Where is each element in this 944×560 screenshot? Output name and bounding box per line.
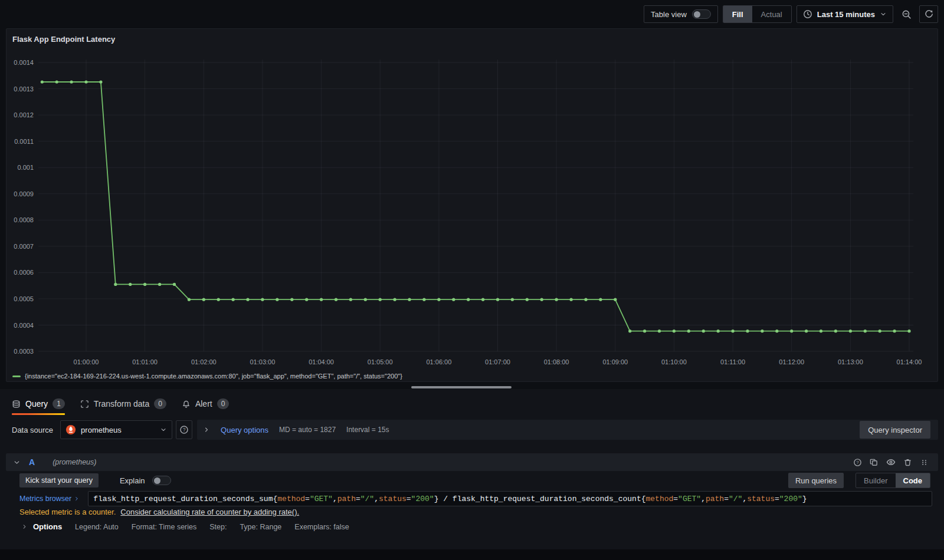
svg-text:0.0014: 0.0014	[14, 59, 34, 66]
warning-rate-link[interactable]: Consider calculating rate of counter by …	[120, 508, 299, 516]
datasource-value: prometheus	[81, 426, 122, 434]
query-datasource-hint: (prometheus)	[53, 458, 96, 466]
duplicate-query-icon[interactable]	[870, 458, 879, 467]
explain-toggle[interactable]	[152, 476, 171, 485]
tab-transform-label: Transform data	[94, 399, 149, 409]
bell-icon	[182, 400, 191, 409]
option-step: Step:	[209, 523, 227, 531]
run-queries-button[interactable]: Run queries	[788, 473, 844, 488]
svg-text:01:08:00: 01:08:00	[544, 358, 569, 365]
svg-text:0.001: 0.001	[17, 164, 34, 171]
interval-value: Interval = 15s	[346, 426, 389, 434]
chart-legend: {instance="ec2-184-169-216-224.us-west-1…	[12, 373, 402, 380]
metrics-browser-label: Metrics browser	[19, 495, 71, 503]
tab-query[interactable]: Query 1	[12, 395, 65, 413]
query-options-link[interactable]: Query options	[221, 426, 268, 434]
zoom-out-button[interactable]	[898, 5, 914, 23]
chevron-right-icon	[74, 496, 80, 502]
svg-text:0.0011: 0.0011	[14, 138, 34, 145]
series-legend-label[interactable]: {instance="ec2-184-169-216-224.us-west-1…	[25, 373, 402, 380]
svg-text:01:06:00: 01:06:00	[426, 358, 451, 365]
query-inspector-button[interactable]: Query inspector	[860, 421, 930, 439]
promql-query-text: flask_http_request_duration_seconds_sum{…	[93, 495, 807, 503]
table-view-toggle[interactable]	[692, 9, 711, 19]
time-series-chart[interactable]: 0.00030.00040.00050.00060.00070.00080.00…	[6, 51, 938, 373]
table-view-label: Table view	[651, 10, 687, 19]
svg-text:?: ?	[183, 427, 186, 433]
svg-text:0.0009: 0.0009	[14, 190, 34, 197]
query-editor-input-row: Metrics browser flask_http_request_durat…	[6, 491, 938, 506]
svg-text:01:00:00: 01:00:00	[74, 358, 99, 365]
tab-alert-count: 0	[217, 398, 230, 409]
query-row-actions: ?	[853, 457, 929, 467]
delete-query-trash-icon[interactable]	[903, 458, 912, 467]
bottom-strip	[0, 549, 944, 560]
svg-text:01:03:00: 01:03:00	[250, 358, 275, 365]
time-range-picker[interactable]: Last 15 minutes	[796, 5, 893, 23]
chevron-right-icon	[21, 523, 28, 530]
collapse-chevron-icon[interactable]	[13, 459, 21, 466]
svg-text:0.0006: 0.0006	[14, 269, 34, 276]
max-data-points-value: MD = auto = 1827	[279, 426, 336, 434]
magnifier-minus-icon	[902, 9, 912, 19]
actual-button[interactable]: Actual	[752, 6, 791, 22]
tab-transform-count: 0	[154, 398, 166, 409]
metrics-browser-button[interactable]: Metrics browser	[19, 495, 80, 503]
query-ref-id: A	[29, 457, 35, 467]
time-series-panel: Flask App Endpoint Latency 0.00030.00040…	[6, 28, 938, 382]
query-row-header: A (prometheus) ?	[6, 453, 938, 471]
svg-text:01:10:00: 01:10:00	[661, 358, 687, 365]
hide-query-eye-icon[interactable]	[886, 457, 896, 467]
refresh-button[interactable]	[919, 5, 938, 23]
svg-text:01:02:00: 01:02:00	[191, 358, 217, 365]
fill-actual-group: Fill Actual	[723, 5, 792, 23]
panel-title: Flask App Endpoint Latency	[12, 35, 115, 44]
help-circle-icon[interactable]: ?	[853, 458, 862, 467]
query-editor-toolbar: Kick start your query Explain Run querie…	[6, 472, 938, 489]
svg-text:01:14:00: 01:14:00	[897, 358, 922, 365]
svg-text:0.0008: 0.0008	[14, 216, 34, 223]
option-type: Type: Range	[240, 523, 281, 531]
fill-button[interactable]: Fill	[723, 6, 752, 22]
query-options-bar: Query options MD = auto = 1827 Interval …	[197, 420, 938, 440]
chevron-down-icon	[880, 11, 887, 18]
warning-text: Selected metric is a counter.	[19, 508, 116, 516]
svg-text:01:09:00: 01:09:00	[602, 358, 628, 365]
svg-text:0.0004: 0.0004	[14, 322, 34, 329]
option-legend: Legend: Auto	[75, 523, 119, 531]
prometheus-icon	[65, 424, 76, 435]
options-expander[interactable]: Options	[21, 522, 62, 531]
svg-text:01:01:00: 01:01:00	[132, 358, 158, 365]
svg-text:01:07:00: 01:07:00	[485, 358, 510, 365]
pane-splitter-handle[interactable]	[411, 386, 512, 388]
svg-text:01:04:00: 01:04:00	[309, 358, 334, 365]
promql-query-input[interactable]: flask_http_request_duration_seconds_sum{…	[88, 491, 932, 506]
tab-alert-label: Alert	[195, 399, 212, 409]
builder-mode-button[interactable]: Builder	[856, 473, 895, 487]
datasource-help-button[interactable]: ?	[176, 420, 192, 439]
drag-handle-grip-icon[interactable]	[920, 458, 929, 467]
series-color-marker	[12, 375, 21, 377]
datasource-select[interactable]: prometheus	[60, 420, 172, 439]
option-format: Format: Time series	[132, 523, 196, 531]
editor-tabs: Query 1 Transform data 0 Alert 0	[12, 395, 229, 413]
tab-query-label: Query	[25, 399, 48, 409]
toggle-knob	[154, 477, 160, 484]
svg-text:0.0005: 0.0005	[14, 295, 34, 302]
svg-text:0.0013: 0.0013	[14, 85, 34, 93]
datasource-row: Data source prometheus ? Query options M…	[6, 420, 938, 440]
datasource-label: Data source	[12, 426, 53, 434]
builder-code-group: Builder Code	[856, 473, 930, 488]
help-circle-icon: ?	[179, 425, 189, 434]
chevron-right-icon[interactable]	[203, 426, 210, 433]
svg-text:01:05:00: 01:05:00	[368, 358, 393, 365]
option-exemplars: Exemplars: false	[294, 523, 349, 531]
refresh-icon	[924, 9, 933, 19]
toggle-knob	[694, 11, 700, 18]
counter-warning: Selected metric is a counter. Consider c…	[19, 508, 299, 516]
kick-start-query-button[interactable]: Kick start your query	[19, 473, 99, 487]
tab-query-count: 1	[53, 398, 65, 409]
tab-alert[interactable]: Alert 0	[182, 395, 229, 413]
code-mode-button[interactable]: Code	[896, 473, 930, 487]
tab-transform-data[interactable]: Transform data 0	[80, 395, 166, 413]
